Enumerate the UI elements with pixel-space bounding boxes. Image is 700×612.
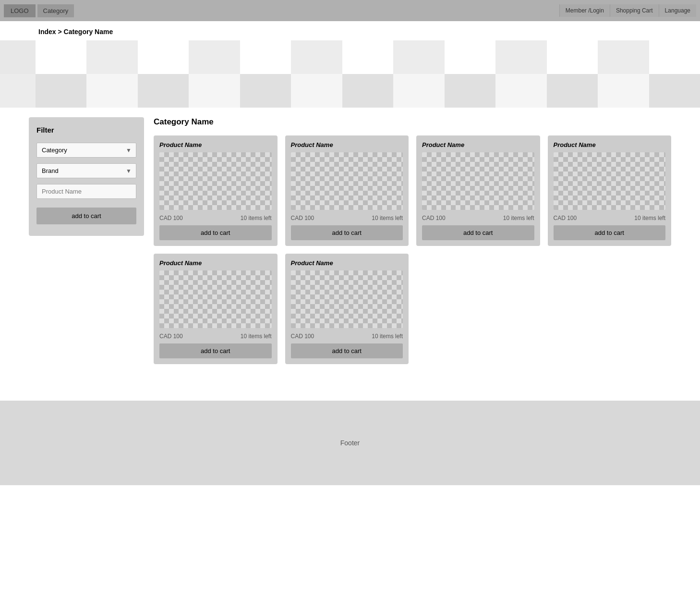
main-content: Filter Category ▼ Brand ▼ add to cart Ca… <box>0 108 700 396</box>
breadcrumb: Index > Category Name <box>0 21 700 40</box>
product-stock: 10 items left <box>241 333 272 340</box>
add-to-cart-button[interactable]: add to cart <box>291 225 403 240</box>
product-image <box>159 152 272 210</box>
product-name: Product Name <box>422 141 534 148</box>
add-to-cart-button[interactable]: add to cart <box>554 225 666 240</box>
product-area: Category Name Product Name CAD 100 10 it… <box>154 117 671 381</box>
brand-select[interactable]: Brand <box>36 163 136 178</box>
product-price: CAD 100 <box>422 215 446 221</box>
product-meta: CAD 100 10 items left <box>159 215 272 221</box>
language-button[interactable]: Language <box>659 4 696 17</box>
product-stock: 10 items left <box>241 215 272 221</box>
member-login-button[interactable]: Member /Login <box>559 4 610 17</box>
product-price: CAD 100 <box>291 333 314 340</box>
shopping-cart-button[interactable]: Shopping Cart <box>610 4 659 17</box>
category-title: Category Name <box>154 117 671 127</box>
product-stock: 10 items left <box>503 215 534 221</box>
product-name: Product Name <box>291 141 403 148</box>
product-image <box>554 152 666 210</box>
product-card: Product Name CAD 100 10 items left add t… <box>416 135 540 246</box>
product-stock: 10 items left <box>372 215 403 221</box>
product-price: CAD 100 <box>291 215 314 221</box>
product-card: Product Name CAD 100 10 items left add t… <box>285 254 409 364</box>
product-image <box>291 152 403 210</box>
product-price: CAD 100 <box>159 215 183 221</box>
product-image <box>422 152 534 210</box>
category-filter-wrap: Category ▼ <box>36 143 136 158</box>
filter-add-to-cart-button[interactable]: add to cart <box>36 208 136 224</box>
product-name: Product Name <box>159 141 272 148</box>
product-stock: 10 items left <box>634 215 665 221</box>
product-meta: CAD 100 10 items left <box>554 215 666 221</box>
product-meta: CAD 100 10 items left <box>422 215 534 221</box>
product-card: Product Name CAD 100 10 items left add t… <box>285 135 409 246</box>
product-meta: CAD 100 10 items left <box>159 333 272 340</box>
product-name-input[interactable] <box>36 184 136 199</box>
brand-filter-wrap: Brand ▼ <box>36 163 136 178</box>
footer-label: Footer <box>340 439 360 447</box>
product-name: Product Name <box>291 259 403 267</box>
footer: Footer <box>0 401 700 485</box>
product-grid-row2: Product Name CAD 100 10 items left add t… <box>154 254 671 364</box>
add-to-cart-button[interactable]: add to cart <box>159 225 272 240</box>
product-image <box>291 270 403 328</box>
add-to-cart-button[interactable]: add to cart <box>422 225 534 240</box>
product-card: Product Name CAD 100 10 items left add t… <box>154 135 278 246</box>
product-card: Product Name CAD 100 10 items left add t… <box>548 135 672 246</box>
product-meta: CAD 100 10 items left <box>291 215 403 221</box>
nav-category[interactable]: Category <box>37 4 74 17</box>
product-price: CAD 100 <box>159 333 183 340</box>
product-grid-row1: Product Name CAD 100 10 items left add t… <box>154 135 671 246</box>
filter-sidebar: Filter Category ▼ Brand ▼ add to cart <box>29 117 144 236</box>
product-meta: CAD 100 10 items left <box>291 333 403 340</box>
add-to-cart-button[interactable]: add to cart <box>159 343 272 358</box>
filter-title: Filter <box>36 126 136 134</box>
banner <box>0 40 700 108</box>
product-name: Product Name <box>159 259 272 267</box>
product-card: Product Name CAD 100 10 items left add t… <box>154 254 278 364</box>
logo: LOGO <box>4 4 36 17</box>
navbar: LOGO Category Member /Login Shopping Car… <box>0 0 700 21</box>
category-select[interactable]: Category <box>36 143 136 158</box>
add-to-cart-button[interactable]: add to cart <box>291 343 403 358</box>
product-name: Product Name <box>554 141 666 148</box>
navbar-right: Member /Login Shopping Cart Language <box>559 4 696 17</box>
product-stock: 10 items left <box>372 333 403 340</box>
product-price: CAD 100 <box>554 215 577 221</box>
product-image <box>159 270 272 328</box>
